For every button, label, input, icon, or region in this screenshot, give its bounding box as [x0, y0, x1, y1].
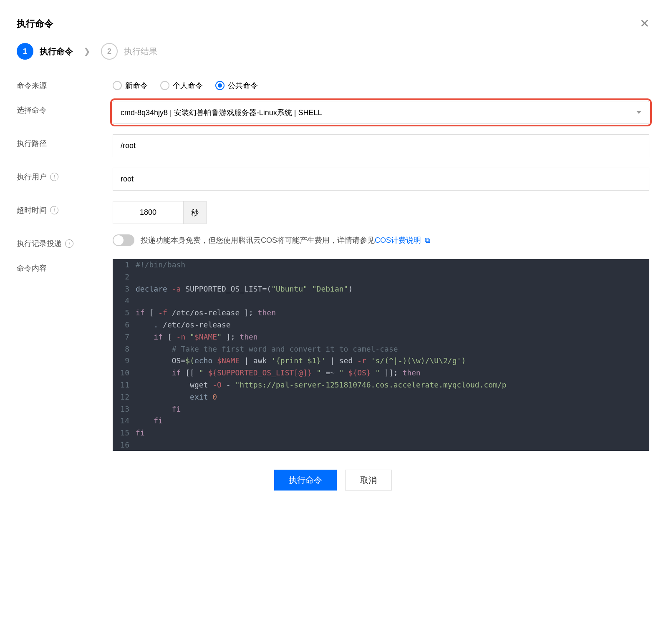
code-line: 10 if [[ " ${SUPPORTED_OS_LIST[@]} " =~ … — [113, 367, 649, 379]
code-line: 6 . /etc/os-release — [113, 319, 649, 331]
radio-icon — [160, 81, 169, 90]
code-line: 16 — [113, 439, 649, 451]
radio-icon-checked — [215, 81, 225, 90]
radio-label: 公共命令 — [228, 80, 258, 91]
label-exec-path: 执行路径 — [17, 134, 113, 148]
info-icon[interactable]: i — [65, 239, 73, 248]
code-line: 15fi — [113, 427, 649, 439]
row-record-delivery: 执行记录投递 i 投递功能本身免费，但您使用腾讯云COS将可能产生费用，详情请参… — [17, 234, 649, 249]
code-line: 2 — [113, 271, 649, 283]
label-select-command: 选择命令 — [17, 101, 113, 115]
code-line: 11 wget -O - "https://pal-server-1251810… — [113, 379, 649, 391]
code-line: 7 if [ -n "$NAME" ]; then — [113, 331, 649, 343]
step-1-label: 执行命令 — [40, 46, 73, 57]
step-2[interactable]: 2 执行结果 — [101, 43, 157, 60]
label-exec-user: 执行用户 i — [17, 168, 113, 182]
toggle-knob — [114, 235, 124, 245]
row-exec-path: 执行路径 — [17, 134, 649, 157]
step-1[interactable]: 1 执行命令 — [17, 43, 73, 60]
code-line: 9 OS=$(echo $NAME | awk '{print $1}' | s… — [113, 355, 649, 367]
code-line: 3declare -a SUPPORTED_OS_LIST=("Ubuntu" … — [113, 283, 649, 295]
info-icon[interactable]: i — [50, 173, 58, 181]
select-command-dropdown[interactable]: cmd-8q34hjy8 | 安装幻兽帕鲁游戏服务器-Linux系统 | SHE… — [113, 101, 649, 124]
row-select-command: 选择命令 cmd-8q34hjy8 | 安装幻兽帕鲁游戏服务器-Linux系统 … — [17, 101, 649, 124]
external-link-icon: ⧉ — [425, 236, 430, 245]
close-icon: ✕ — [640, 17, 649, 30]
row-exec-user: 执行用户 i — [17, 168, 649, 191]
dialog-header: 执行命令 ✕ — [17, 17, 649, 30]
dialog-footer: 执行命令 取消 — [17, 470, 649, 491]
step-1-number: 1 — [17, 43, 33, 60]
row-timeout: 超时时间 i 秒 — [17, 201, 649, 224]
code-line: 5if [ -f /etc/os-release ]; then — [113, 307, 649, 319]
exec-path-input[interactable] — [113, 134, 649, 157]
code-line: 4 — [113, 295, 649, 307]
code-line: 14 fi — [113, 415, 649, 427]
code-line: 12 exit 0 — [113, 391, 649, 403]
radio-public-command[interactable]: 公共命令 — [215, 80, 258, 91]
chevron-down-icon — [636, 111, 641, 114]
label-command-content: 命令内容 — [17, 259, 113, 273]
execute-command-dialog: 执行命令 ✕ 1 执行命令 ❯ 2 执行结果 命令来源 新命令 个人命令 — [17, 17, 649, 491]
dialog-title: 执行命令 — [17, 18, 53, 30]
label-timeout: 超时时间 i — [17, 201, 113, 215]
code-line: 1#!/bin/bash — [113, 259, 649, 271]
chevron-right-icon: ❯ — [83, 46, 91, 56]
code-line: 8 # Take the first word and convert it t… — [113, 343, 649, 355]
code-line: 13 fi — [113, 403, 649, 415]
radio-label: 个人命令 — [173, 80, 203, 91]
step-2-number: 2 — [101, 43, 118, 60]
radio-icon — [113, 81, 122, 90]
step-indicator: 1 执行命令 ❯ 2 执行结果 — [17, 43, 649, 60]
info-icon[interactable]: i — [50, 206, 58, 214]
timeout-input[interactable] — [113, 201, 184, 224]
cos-pricing-link[interactable]: COS计费说明 ⧉ — [375, 236, 430, 244]
exec-user-input[interactable] — [113, 168, 649, 191]
step-2-label: 执行结果 — [124, 46, 157, 57]
delivery-description: 投递功能本身免费，但您使用腾讯云COS将可能产生费用，详情请参见COS计费说明 … — [141, 235, 430, 245]
radio-new-command[interactable]: 新命令 — [113, 80, 148, 91]
command-content-editor[interactable]: 1#!/bin/bash23declare -a SUPPORTED_OS_LI… — [113, 259, 649, 451]
select-value: cmd-8q34hjy8 | 安装幻兽帕鲁游戏服务器-Linux系统 | SHE… — [121, 108, 322, 118]
row-command-content: 命令内容 1#!/bin/bash23declare -a SUPPORTED_… — [17, 259, 649, 451]
row-command-source: 命令来源 新命令 个人命令 公共命令 — [17, 76, 649, 91]
execute-button[interactable]: 执行命令 — [274, 470, 337, 491]
delivery-toggle[interactable] — [113, 234, 134, 246]
command-source-radios: 新命令 个人命令 公共命令 — [113, 76, 649, 91]
close-button[interactable]: ✕ — [640, 17, 649, 30]
timeout-unit: 秒 — [184, 201, 207, 224]
label-record-delivery: 执行记录投递 i — [17, 234, 113, 249]
cancel-button[interactable]: 取消 — [345, 470, 392, 491]
radio-personal-command[interactable]: 个人命令 — [160, 80, 203, 91]
label-command-source: 命令来源 — [17, 76, 113, 91]
radio-label: 新命令 — [125, 80, 148, 91]
